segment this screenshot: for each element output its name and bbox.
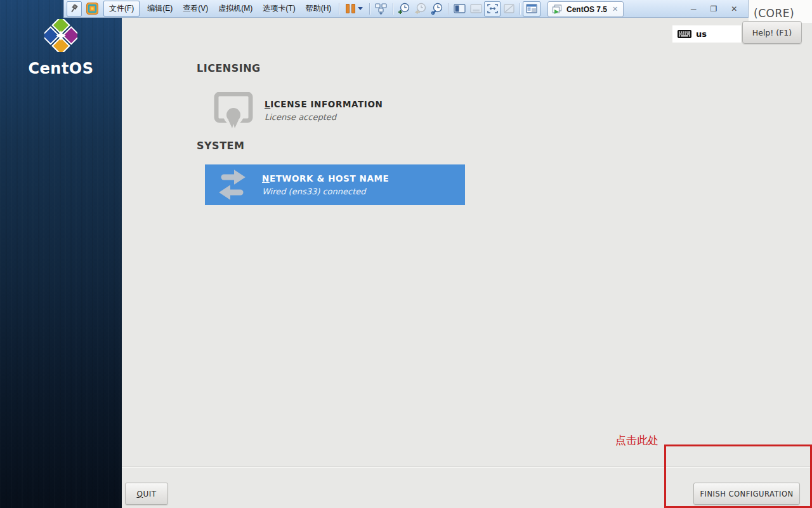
license-information-item[interactable]: LICENSE INFORMATION License accepted: [205, 91, 465, 130]
snapshot-take-icon[interactable]: [396, 1, 412, 17]
window-controls: ─ ❐ ✕: [691, 0, 737, 18]
click-here-annotation: 点击此处: [615, 433, 658, 448]
pause-icon: [346, 4, 355, 13]
network-hostname-item[interactable]: NETWORK & HOST NAME Wired (ens33) connec…: [205, 164, 465, 205]
help-button-label: Help! (F1): [752, 28, 792, 37]
vm-tab-centos[interactable]: CentOS 7.5 ✕: [547, 1, 624, 17]
pause-vm-button[interactable]: [342, 1, 367, 17]
quit-button[interactable]: QUIT: [125, 483, 168, 505]
console-view-alt-icon[interactable]: [468, 1, 484, 17]
snapshot-manage-icon[interactable]: [429, 1, 445, 17]
vmware-toolbar: 文件(F) 编辑(E) 查看(V) 虚拟机(M) 选项卡(T) 帮助(H): [63, 0, 749, 18]
vm-tab-title: CentOS 7.5: [566, 5, 607, 14]
library-panel-icon[interactable]: [523, 1, 540, 17]
core-title-label: (CORE): [754, 7, 794, 20]
pushpin-icon[interactable]: [67, 1, 82, 17]
network-item-status: Wired (ens33) connected: [262, 187, 389, 196]
fullscreen-icon[interactable]: [484, 1, 501, 17]
menu-vm[interactable]: 虚拟机(M): [213, 1, 258, 16]
license-certificate-icon: [214, 92, 253, 129]
license-item-title: LICENSE INFORMATION: [265, 99, 383, 109]
keyboard-icon: [678, 30, 691, 38]
snapshot-revert-icon[interactable]: [412, 1, 429, 17]
close-icon[interactable]: ✕: [731, 5, 737, 13]
toolbar-separator: [520, 3, 520, 15]
quit-button-label: QUIT: [136, 490, 156, 498]
vmware-logo-icon[interactable]: [86, 3, 98, 15]
caret-down-icon: [358, 7, 363, 10]
menu-edit[interactable]: 编辑(E): [142, 1, 178, 16]
help-button[interactable]: Help! (F1): [742, 21, 802, 44]
anaconda-header-band: (CORE): [749, 0, 812, 23]
restore-icon[interactable]: ❐: [710, 5, 717, 13]
keyboard-layout-indicator[interactable]: us: [672, 25, 741, 43]
minimize-icon[interactable]: ─: [691, 5, 697, 13]
vm-tab-close-icon[interactable]: ✕: [612, 5, 618, 13]
ctrl-alt-del-icon[interactable]: [372, 1, 390, 17]
click-here-highlight-rect: [664, 444, 812, 508]
keyboard-layout-label: us: [696, 29, 707, 39]
console-view-icon[interactable]: [451, 1, 468, 17]
toolbar-separator: [339, 3, 339, 15]
centos-logo-icon: [44, 19, 77, 52]
centos-sidebar: CentOS: [0, 0, 122, 508]
menu-help[interactable]: 帮助(H): [301, 1, 337, 16]
network-item-title: NETWORK & HOST NAME: [262, 173, 389, 184]
vm-tab-icon: [552, 4, 563, 15]
menu-tabs[interactable]: 选项卡(T): [258, 1, 300, 16]
toolbar-separator: [393, 3, 393, 15]
centos-brand-label: CentOS: [0, 60, 122, 77]
screen: CentOS (CORE) us Help! (F1) LICENSING L: [0, 0, 812, 508]
network-arrows-icon: [214, 169, 251, 201]
toolbar-separator: [448, 3, 449, 15]
toolbar-separator: [369, 3, 370, 15]
license-item-status: License accepted: [265, 112, 383, 122]
section-title-system: SYSTEM: [197, 140, 244, 152]
menu-file[interactable]: 文件(F): [103, 1, 140, 17]
section-title-licensing: LICENSING: [197, 62, 261, 74]
unity-icon[interactable]: [501, 1, 517, 17]
menu-view[interactable]: 查看(V): [178, 1, 213, 16]
